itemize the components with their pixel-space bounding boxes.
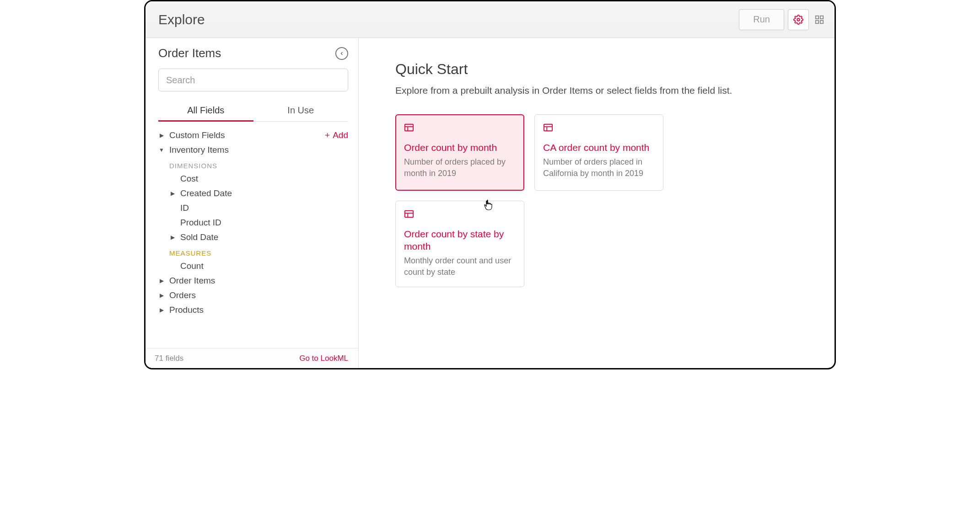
group-products[interactable]: ▶ Products [158,303,348,317]
quick-start-cards: Order count by month Number of orders pl… [395,114,679,287]
caret-right-icon: ▶ [169,190,176,197]
card-title: Order count by month [404,141,516,154]
chevron-left-icon [339,51,345,56]
card-description: Monthly order count and user count by st… [404,255,516,278]
quick-start-card[interactable]: CA order count by month Number of orders… [534,114,663,191]
field-sold-date[interactable]: ▶ Sold Date [158,230,348,245]
field-product-id[interactable]: Product ID [158,215,348,230]
field-label: ID [180,203,348,213]
field-label: Created Date [180,188,348,198]
main-content: Quick Start Explore from a prebuilt anal… [359,38,835,368]
field-label: Cost [180,174,348,184]
svg-rect-2 [820,16,823,18]
svg-rect-4 [820,20,823,23]
caret-right-icon: ▶ [158,307,165,313]
group-label: Order Items [169,276,348,286]
tab-in-use[interactable]: In Use [253,101,349,121]
caret-down-icon: ▼ [158,147,165,153]
table-icon [404,123,516,134]
caret-right-icon: ▶ [158,132,165,139]
quick-start-title: Quick Start [395,61,812,78]
dimensions-header: DIMENSIONS [158,157,348,171]
app-window: Explore Run Order Items [144,0,836,369]
go-to-lookml-link[interactable]: Go to LookML [299,354,348,363]
table-icon [404,209,516,220]
gear-icon [793,15,803,25]
caret-right-icon: ▶ [169,234,176,241]
group-orders[interactable]: ▶ Orders [158,288,348,303]
svg-rect-8 [544,124,552,131]
quick-start-card[interactable]: Order count by month Number of orders pl… [395,114,524,191]
svg-point-0 [797,18,800,21]
card-title: Order count by state by month [404,228,516,253]
custom-fields-row[interactable]: ▶ Custom Fields +Add [158,128,348,143]
custom-fields-label: Custom Fields [169,130,325,140]
card-title: CA order count by month [543,141,655,154]
search-input[interactable] [158,69,348,91]
card-description: Number of orders placed by month in 2019 [404,156,516,179]
header-bar: Explore Run [145,1,835,38]
field-id[interactable]: ID [158,201,348,215]
collapse-sidebar-button[interactable] [335,47,348,60]
field-list: ▶ Custom Fields +Add ▼ Inventory Items D… [145,122,358,348]
svg-rect-1 [816,16,818,18]
field-label: Sold Date [180,232,348,242]
field-label: Product ID [180,218,348,228]
field-cost[interactable]: Cost [158,171,348,186]
page-title: Explore [158,12,739,27]
group-label: Products [169,305,348,315]
sidebar-top: Order Items [145,38,358,101]
grid-icon [814,15,824,25]
body: Order Items All Fields In Use ▶ Custom F… [145,38,835,368]
settings-button[interactable] [788,9,809,30]
group-inventory-items[interactable]: ▼ Inventory Items [158,143,348,157]
group-label: Orders [169,290,348,300]
tab-all-fields[interactable]: All Fields [158,101,253,121]
sidebar-title: Order Items [158,46,335,60]
svg-rect-11 [405,211,413,218]
measures-header: MEASURES [158,245,348,259]
quick-start-card[interactable]: Order count by state by month Monthly or… [395,201,524,287]
sidebar-title-row: Order Items [158,46,348,60]
table-icon [543,123,655,134]
field-count: 71 fields [155,354,299,363]
card-description: Number of orders placed in California by… [543,156,655,179]
plus-icon: + [325,130,330,140]
quick-start-subtitle: Explore from a prebuilt analysis in Orde… [395,85,812,96]
add-custom-field-button[interactable]: +Add [325,130,348,140]
run-button[interactable]: Run [739,9,784,30]
sidebar: Order Items All Fields In Use ▶ Custom F… [145,38,359,368]
group-label: Inventory Items [169,145,348,155]
field-label: Count [180,261,348,271]
add-label: Add [333,130,348,140]
sidebar-footer: 71 fields Go to LookML [145,348,358,368]
field-count[interactable]: Count [158,259,348,273]
svg-rect-3 [816,20,818,23]
group-order-items[interactable]: ▶ Order Items [158,273,348,288]
field-created-date[interactable]: ▶ Created Date [158,186,348,201]
dashboard-grid-button[interactable] [813,9,826,30]
caret-right-icon: ▶ [158,278,165,284]
svg-rect-5 [405,124,413,131]
caret-right-icon: ▶ [158,292,165,299]
field-tabs: All Fields In Use [158,101,348,122]
